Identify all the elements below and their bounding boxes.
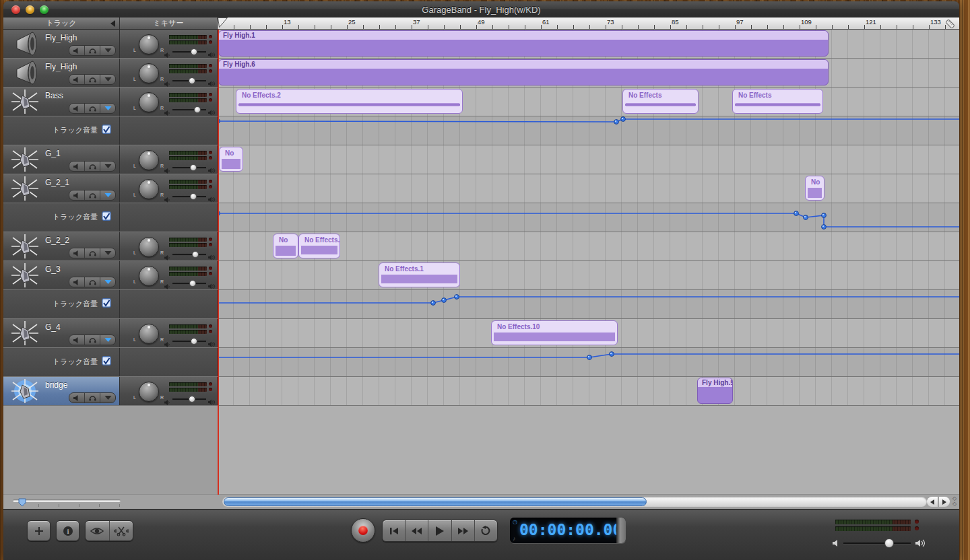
playhead-flag-icon[interactable] xyxy=(218,18,229,28)
volume-thumb[interactable] xyxy=(190,164,197,171)
automation-disclosure-button[interactable] xyxy=(100,393,115,403)
solo-button[interactable] xyxy=(85,335,100,345)
automation-row-G_3[interactable]: トラック音量 xyxy=(3,290,959,319)
audio-region[interactable]: Fly High.5 xyxy=(697,378,733,404)
audio-region[interactable]: No Effects.8 xyxy=(298,234,340,258)
track-volume-checkbox[interactable] xyxy=(102,125,111,137)
pan-knob[interactable] xyxy=(139,63,159,83)
audio-region[interactable]: No Effects.10 xyxy=(491,320,618,345)
lcd-mode-tab[interactable] xyxy=(616,518,626,543)
mute-button[interactable] xyxy=(69,46,85,55)
solo-button[interactable] xyxy=(85,46,100,55)
tracks-column-header[interactable]: トラック xyxy=(3,18,120,30)
solo-button[interactable] xyxy=(85,277,100,287)
track-info-button[interactable]: i xyxy=(56,520,79,541)
track-volume-slider[interactable] xyxy=(167,337,212,345)
record-button[interactable] xyxy=(351,518,375,542)
track-timeline[interactable]: No Effects.1 xyxy=(218,261,959,289)
mute-button[interactable] xyxy=(69,75,85,84)
solo-button[interactable] xyxy=(85,75,100,84)
track-row-Fly_High[interactable]: Fly_HighLRFly High.6 xyxy=(3,59,959,88)
automation-disclosure-button[interactable] xyxy=(100,75,115,84)
track-volume-slider[interactable] xyxy=(167,77,212,85)
pan-knob[interactable] xyxy=(139,179,159,199)
track-volume-slider[interactable] xyxy=(167,395,212,403)
collapse-tracks-icon[interactable] xyxy=(110,20,115,27)
fast-forward-button[interactable] xyxy=(452,520,475,541)
automation-disclosure-button[interactable] xyxy=(100,162,115,171)
track-timeline[interactable]: No Effects.2No EffectsNo Effects xyxy=(218,88,959,116)
automation-disclosure-button[interactable] xyxy=(100,104,115,113)
track-volume-slider[interactable] xyxy=(167,164,212,172)
go-to-beginning-button[interactable] xyxy=(383,520,406,541)
mute-button[interactable] xyxy=(69,162,85,171)
track-header[interactable]: G_2_2 xyxy=(3,232,120,260)
pan-knob[interactable] xyxy=(139,237,159,257)
track-name[interactable]: G_4 xyxy=(45,322,61,332)
scrollbar-thumb[interactable] xyxy=(224,497,647,506)
add-track-button[interactable] xyxy=(27,520,51,541)
volume-thumb[interactable] xyxy=(189,396,195,403)
zoom-slider-thumb[interactable] xyxy=(18,498,26,507)
pan-knob[interactable] xyxy=(139,266,159,286)
solo-button[interactable] xyxy=(85,162,100,171)
mute-button[interactable] xyxy=(69,104,85,113)
mute-button[interactable] xyxy=(69,335,85,345)
track-volume-checkbox[interactable] xyxy=(102,298,111,310)
audio-region[interactable]: Fly High.6 xyxy=(218,59,829,85)
track-timeline[interactable]: Fly High.5 xyxy=(218,377,959,405)
horizontal-scrollbar[interactable] xyxy=(222,497,927,507)
automation-disclosure-button[interactable] xyxy=(100,190,115,200)
volume-thumb[interactable] xyxy=(194,106,201,113)
track-row-G_2_1[interactable]: G_2_1LRNo xyxy=(3,174,959,203)
track-name[interactable]: G_3 xyxy=(45,265,61,274)
pan-knob[interactable] xyxy=(139,34,159,55)
track-volume-slider[interactable] xyxy=(167,48,212,56)
volume-thumb[interactable] xyxy=(191,338,197,345)
pan-knob[interactable] xyxy=(139,382,159,402)
solo-button[interactable] xyxy=(85,393,100,403)
loop-browser-button[interactable] xyxy=(86,521,110,540)
track-name[interactable]: G_2_1 xyxy=(45,178,69,187)
window-titlebar[interactable]: GarageBand - Fly_High(w/KD) xyxy=(3,1,959,18)
automation-timeline[interactable] xyxy=(218,203,959,232)
automation-disclosure-button[interactable] xyxy=(100,46,115,55)
track-header[interactable]: Fly_High xyxy=(3,30,120,58)
automation-row-Bass[interactable]: トラック音量 xyxy=(3,116,959,145)
master-volume-thumb[interactable] xyxy=(884,538,894,548)
volume-thumb[interactable] xyxy=(192,251,199,258)
automation-disclosure-button[interactable] xyxy=(100,277,115,287)
automation-timeline[interactable] xyxy=(218,348,959,376)
mute-button[interactable] xyxy=(69,277,85,287)
automation-row-G_2_1[interactable]: トラック音量 xyxy=(3,203,959,232)
solo-button[interactable] xyxy=(85,104,100,113)
track-header[interactable]: G_4 xyxy=(3,319,120,347)
pan-knob[interactable] xyxy=(139,324,159,344)
track-row-Fly_High[interactable]: Fly_HighLRFly High.1 xyxy=(3,30,959,59)
track-name[interactable]: Bass xyxy=(45,91,63,100)
track-name[interactable]: G_1 xyxy=(45,149,61,158)
track-header[interactable]: G_2_1 xyxy=(3,174,120,203)
track-row-G_3[interactable]: G_3LRNo Effects.1 xyxy=(3,261,959,290)
grid-ruler-icon[interactable] xyxy=(944,18,956,30)
track-volume-checkbox[interactable] xyxy=(102,356,111,368)
track-timeline[interactable]: No xyxy=(218,145,959,174)
track-volume-checkbox[interactable] xyxy=(102,211,111,223)
track-editor-button[interactable] xyxy=(110,521,133,540)
volume-thumb[interactable] xyxy=(189,280,196,287)
rewind-button[interactable] xyxy=(406,520,428,541)
audio-region[interactable]: No xyxy=(273,234,298,258)
scroll-left-button[interactable] xyxy=(927,497,938,507)
automation-line[interactable] xyxy=(218,116,959,145)
master-volume-slider[interactable] xyxy=(829,538,930,549)
audio-region[interactable]: No Effects xyxy=(732,89,823,114)
track-header[interactable]: G_3 xyxy=(3,261,120,289)
automation-disclosure-button[interactable] xyxy=(100,248,115,258)
lcd-display[interactable]: ◷ ♪ 00:00:00.000 xyxy=(510,518,626,543)
scroll-right-button[interactable] xyxy=(939,497,950,507)
automation-row-G_4[interactable]: トラック音量 xyxy=(3,348,959,377)
track-name[interactable]: Fly_High xyxy=(45,33,77,42)
mute-button[interactable] xyxy=(69,248,85,258)
track-timeline[interactable]: NoNo Effects.8 xyxy=(218,232,959,260)
audio-region[interactable]: Fly High.1 xyxy=(218,30,829,57)
